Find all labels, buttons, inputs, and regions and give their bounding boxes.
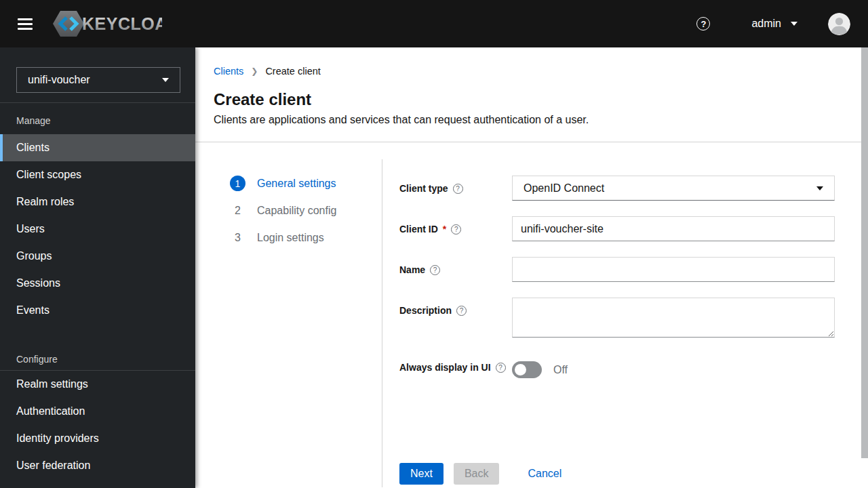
toggle-knob	[515, 364, 526, 375]
realm-name: unifi-voucher	[28, 74, 90, 86]
help-icon[interactable]: ?	[451, 224, 461, 235]
name-label: Name	[399, 264, 425, 275]
create-client-wizard: 1 General settings 2 Capability config 3…	[195, 142, 868, 487]
chevron-down-icon	[791, 22, 797, 26]
client-type-value: OpenID Connect	[524, 182, 604, 195]
step-label: Capability config	[257, 205, 336, 217]
step-number: 3	[230, 230, 245, 245]
sidebar-item-clients[interactable]: Clients	[0, 134, 195, 161]
client-id-input[interactable]	[512, 216, 835, 241]
page-subtitle: Clients are applications and services th…	[214, 114, 852, 126]
user-menu[interactable]: admin	[751, 18, 797, 30]
client-type-row: Client type ? OpenID Connect	[399, 176, 835, 201]
wizard-step-capability-config[interactable]: 2 Capability config	[230, 203, 382, 218]
breadcrumb-clients-link[interactable]: Clients	[214, 66, 243, 77]
name-row: Name ?	[399, 257, 835, 282]
breadcrumb-current: Create client	[265, 66, 320, 77]
cancel-button[interactable]: Cancel	[521, 463, 568, 485]
wizard-actions: Next Back Cancel	[399, 463, 568, 485]
step-label: General settings	[257, 178, 336, 190]
sidebar-item-users[interactable]: Users	[0, 216, 195, 243]
general-settings-form: Client type ? OpenID Connect Client ID *…	[382, 142, 868, 487]
description-label: Description	[399, 305, 452, 316]
chevron-down-icon	[816, 186, 823, 190]
masthead: KEYCLOAK ? admin	[0, 0, 868, 47]
breadcrumb-separator-icon: ❯	[251, 66, 258, 76]
scrollbar-thumb[interactable]	[861, 47, 868, 458]
sidebar-item-user-federation[interactable]: User federation	[0, 452, 195, 479]
client-type-select[interactable]: OpenID Connect	[512, 176, 835, 201]
description-textarea[interactable]	[512, 298, 835, 338]
wizard-nav: 1 General settings 2 Capability config 3…	[195, 142, 382, 487]
help-icon[interactable]: ?	[453, 184, 463, 194]
logo-hexagon	[53, 11, 84, 37]
client-id-row: Client ID * ?	[399, 216, 835, 241]
sidebar-item-sessions[interactable]: Sessions	[0, 270, 195, 297]
next-button[interactable]: Next	[399, 463, 443, 485]
avatar[interactable]	[828, 13, 850, 35]
help-icon[interactable]: ?	[430, 265, 440, 275]
realm-selector[interactable]: unifi-voucher	[16, 67, 180, 93]
sidebar-item-realm-settings[interactable]: Realm settings	[0, 371, 195, 398]
client-id-label-group: Client ID * ?	[399, 216, 512, 235]
always-display-toggle[interactable]	[512, 361, 542, 378]
help-icon[interactable]: ?	[696, 17, 710, 30]
sidebar-item-events[interactable]: Events	[0, 297, 195, 324]
step-number: 1	[230, 176, 245, 191]
back-button[interactable]: Back	[454, 463, 500, 485]
description-row: Description ?	[399, 298, 835, 340]
description-label-group: Description ?	[399, 298, 512, 316]
help-icon[interactable]: ?	[496, 363, 506, 373]
avatar-icon	[828, 13, 850, 35]
client-type-label: Client type	[399, 183, 448, 194]
manage-nav-list: Clients Client scopes Realm roles Users …	[0, 134, 195, 324]
step-number: 2	[230, 203, 245, 218]
breadcrumb: Clients ❯ Create client	[214, 66, 852, 77]
sidebar-item-authentication[interactable]: Authentication	[0, 398, 195, 425]
keycloak-logo: KEYCLOAK	[52, 9, 162, 38]
step-label: Login settings	[257, 232, 324, 244]
brand-text: KEYCLOAK	[82, 14, 162, 33]
configure-nav-list: Realm settings Authentication Identity p…	[0, 371, 195, 479]
page-header: Clients ❯ Create client Create client Cl…	[195, 47, 868, 142]
nav-section-manage: Manage	[0, 103, 195, 134]
main-content: Clients ❯ Create client Create client Cl…	[195, 47, 868, 488]
always-display-label: Always display in UI	[399, 362, 491, 373]
help-icon[interactable]: ?	[456, 306, 467, 316]
sidebar-item-client-scopes[interactable]: Client scopes	[0, 161, 195, 188]
scrollbar-track[interactable]	[861, 47, 868, 488]
sidebar-item-identity-providers[interactable]: Identity providers	[0, 425, 195, 452]
wizard-step-general-settings[interactable]: 1 General settings	[230, 176, 382, 191]
page-title: Create client	[214, 90, 852, 109]
name-input[interactable]	[512, 257, 835, 282]
client-type-label-group: Client type ?	[399, 176, 512, 194]
keycloak-logo-graphic: KEYCLOAK	[52, 9, 162, 38]
name-label-group: Name ?	[399, 257, 512, 275]
client-id-label: Client ID	[399, 224, 438, 235]
sidebar: unifi-voucher Manage Clients Client scop…	[0, 47, 195, 488]
hamburger-menu-icon[interactable]	[18, 18, 33, 30]
sidebar-item-realm-roles[interactable]: Realm roles	[0, 188, 195, 216]
nav-section-configure: Configure	[0, 324, 195, 371]
wizard-step-login-settings[interactable]: 3 Login settings	[230, 230, 382, 245]
username: admin	[751, 18, 781, 30]
sidebar-item-groups[interactable]: Groups	[0, 243, 195, 270]
required-indicator: *	[443, 224, 446, 235]
always-display-label-group: Always display in UI ?	[399, 359, 512, 373]
always-display-row: Always display in UI ? Off	[399, 359, 835, 378]
toggle-state-label: Off	[553, 364, 568, 376]
chevron-down-icon	[162, 78, 169, 82]
